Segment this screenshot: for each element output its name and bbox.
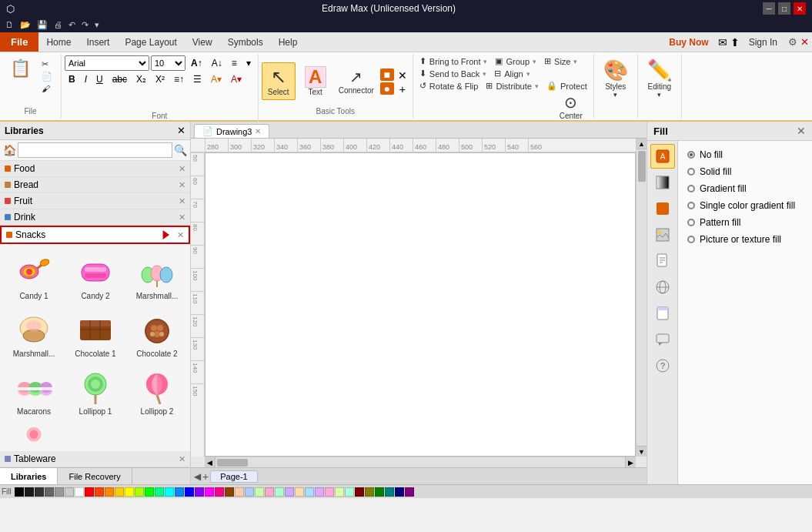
white-canvas[interactable] [205, 152, 636, 457]
page-add-button[interactable]: + [202, 470, 209, 483]
category-food[interactable]: Food ✕ [0, 161, 190, 177]
vertical-scrollbar[interactable]: ▲ ▼ [636, 139, 647, 457]
close-icon[interactable]: ✕ [800, 36, 809, 48]
color-swatch[interactable] [335, 487, 344, 497]
color-swatch[interactable] [275, 487, 284, 497]
color-swatch[interactable] [345, 487, 354, 497]
v-scroll-down[interactable]: ▼ [637, 446, 647, 457]
align-button[interactable]: ≡ [228, 56, 241, 70]
list-item[interactable]: Chocolate 1 [66, 306, 125, 361]
home-menu[interactable]: Home [38, 32, 79, 52]
buy-now-button[interactable]: Buy Now [661, 34, 716, 51]
size-button[interactable]: ⊞ Size ▾ [541, 55, 580, 67]
color-swatch[interactable] [75, 487, 84, 497]
color-swatch[interactable] [145, 487, 154, 497]
styles-button[interactable]: 🎨 Styles ▾ [597, 55, 634, 102]
editing-button[interactable]: ✏️ Editing ▾ [641, 55, 678, 102]
color-swatch[interactable] [285, 487, 294, 497]
align-button[interactable]: ⊟ Align ▾ [491, 68, 533, 79]
food-close-button[interactable]: ✕ [179, 164, 185, 174]
color-swatch[interactable] [375, 487, 384, 497]
fill-page-button[interactable] [650, 301, 675, 326]
circle-tool[interactable]: ● [380, 82, 394, 95]
fill-help-button[interactable]: ? [650, 353, 675, 378]
close-button[interactable]: ✕ [794, 2, 806, 15]
color-swatch[interactable] [325, 487, 334, 497]
fruit-close-button[interactable]: ✕ [179, 196, 185, 206]
drawing-tab-close[interactable]: ✕ [255, 127, 261, 136]
pattern-fill-option[interactable]: Pattern fill [684, 215, 806, 230]
color-swatch[interactable] [395, 487, 404, 497]
open-button[interactable]: 📂 [18, 19, 33, 31]
drawing-tab-drawing3[interactable]: 📄 Drawing3 ✕ [194, 124, 269, 138]
decrease-font-button[interactable]: A↓ [208, 56, 226, 70]
color-swatch[interactable] [305, 487, 314, 497]
more-button[interactable]: ▾ [92, 19, 102, 31]
gradient-fill-option[interactable]: Gradient fill [684, 181, 806, 196]
color-swatch[interactable] [255, 487, 264, 497]
color-swatch[interactable] [125, 487, 134, 497]
color-swatch[interactable] [45, 487, 54, 497]
snacks-close-button[interactable]: ✕ [177, 230, 184, 240]
color-swatch[interactable] [175, 487, 184, 497]
solid-fill-option[interactable]: Solid fill [684, 164, 806, 179]
category-bread[interactable]: Bread ✕ [0, 177, 190, 193]
libraries-tab[interactable]: Libraries [0, 468, 58, 484]
color-swatch[interactable] [85, 487, 94, 497]
h-scroll-right[interactable]: ▶ [625, 457, 636, 467]
font-size-select[interactable]: 10 [151, 55, 185, 71]
paste-button[interactable]: 📋 [3, 55, 37, 82]
file-menu-button[interactable]: File [0, 32, 38, 52]
connector-button[interactable]: ↗ Connector [336, 65, 377, 98]
list-indent-button[interactable]: ≡↑ [170, 72, 188, 86]
fill-gradient-button[interactable] [650, 170, 675, 195]
font-more-button[interactable]: ▾ [242, 56, 255, 70]
color-swatch[interactable] [115, 487, 124, 497]
fill-chat-button[interactable] [650, 327, 675, 352]
list-item[interactable]: Lollipop 2 [128, 364, 186, 419]
symbols-menu[interactable]: Symbols [220, 32, 271, 52]
underline-button[interactable]: U [92, 72, 107, 86]
fill-solid-color-button[interactable] [650, 196, 675, 221]
color-swatch[interactable] [65, 487, 74, 497]
color-swatch[interactable] [185, 487, 194, 497]
cross-tool[interactable]: ✕ [396, 69, 409, 81]
color-swatch[interactable] [165, 487, 174, 497]
insert-menu[interactable]: Insert [79, 32, 117, 52]
page-tab-1[interactable]: Page-1 [210, 470, 257, 483]
bold-button[interactable]: B [65, 72, 79, 86]
copy-button[interactable]: 📄 [38, 71, 55, 82]
color-swatch[interactable] [265, 487, 274, 497]
fill-close-button[interactable]: ✕ [797, 125, 806, 137]
color-swatch[interactable] [295, 487, 304, 497]
list-item[interactable]: Lollipop 1 [66, 364, 125, 419]
libraries-close-button[interactable]: ✕ [177, 125, 185, 136]
font-name-select[interactable]: Arial [65, 55, 149, 71]
color-swatch[interactable] [235, 487, 244, 497]
v-scroll-thumb[interactable] [638, 151, 646, 182]
list-item[interactable]: Candy 2 [66, 249, 125, 303]
list-item[interactable]: Marshmall... [128, 249, 186, 303]
color-swatch[interactable] [155, 487, 164, 497]
select-button[interactable]: ↖ Select [262, 62, 296, 100]
center-button[interactable]: ⊙ Center [552, 92, 590, 122]
list-item[interactable]: Chocolate 2 [128, 306, 186, 361]
strikethrough-button[interactable]: abc [109, 72, 131, 86]
color-swatch[interactable] [215, 487, 224, 497]
plus-tool[interactable]: + [396, 82, 409, 95]
subscript-button[interactable]: X₂ [132, 72, 150, 86]
color-swatch[interactable] [195, 487, 204, 497]
fill-image-button[interactable] [650, 223, 675, 247]
send-to-back-button[interactable]: ⬇ Send to Back ▾ [416, 68, 490, 79]
h-scroll-thumb[interactable] [217, 459, 248, 467]
canvas-area[interactable]: 280 300 320 340 360 380 400 420 440 460 … [191, 139, 647, 467]
distribute-button[interactable]: ⊞ Distribute ▾ [483, 80, 541, 92]
fill-document-button[interactable] [650, 249, 675, 273]
tableware-close-button[interactable]: ✕ [179, 454, 185, 464]
format-painter-button[interactable]: 🖌 [38, 83, 55, 94]
highlight-button[interactable]: A▾ [207, 72, 226, 86]
protect-button[interactable]: 🔒 Protect [543, 80, 590, 92]
category-snacks[interactable]: Snacks ✕ [0, 226, 190, 244]
list-button[interactable]: ☰ [189, 72, 206, 86]
color-swatch[interactable] [35, 487, 44, 497]
